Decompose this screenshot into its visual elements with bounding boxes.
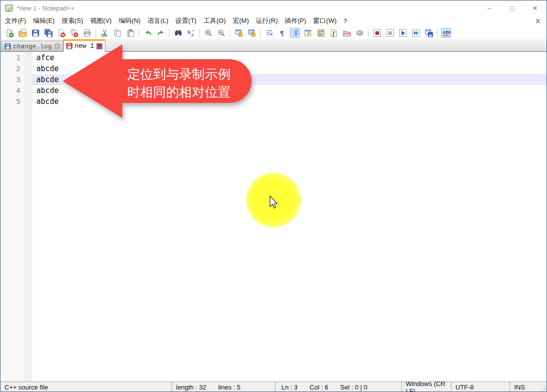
- user-defined-dialog-icon[interactable]: [303, 28, 313, 38]
- tab-label: change.log: [13, 43, 52, 50]
- menu-edit[interactable]: 编辑(E): [30, 15, 58, 26]
- macro-save-icon[interactable]: [424, 28, 434, 38]
- toolbar-separator: [95, 29, 96, 37]
- line-number[interactable]: 3: [0, 74, 24, 85]
- bookmark-margin[interactable]: [24, 52, 32, 382]
- status-column: Col : 6: [310, 384, 329, 391]
- tab-bar: change.log ✕ new 1 ✕: [0, 39, 547, 52]
- zoom-out-icon[interactable]: [216, 28, 226, 38]
- folder-as-workspace-icon[interactable]: [342, 28, 352, 38]
- menu-settings[interactable]: 设置(T): [172, 15, 200, 26]
- status-selection: Sel : 0 | 0: [340, 384, 367, 391]
- menu-run[interactable]: 运行(R): [252, 15, 281, 26]
- macro-record-icon[interactable]: [372, 28, 382, 38]
- code-line[interactable]: abcde: [32, 85, 547, 96]
- svg-text:¶: ¶: [280, 29, 284, 37]
- line-number[interactable]: 4: [0, 85, 24, 96]
- unsaved-file-icon: [66, 43, 73, 49]
- indent-guide-icon[interactable]: [290, 28, 300, 38]
- status-length: length : 32: [176, 384, 206, 391]
- saved-file-icon: [4, 43, 11, 50]
- cut-icon[interactable]: [99, 28, 109, 38]
- minimize-button[interactable]: –: [478, 0, 501, 15]
- toolbar-separator: [199, 29, 200, 37]
- tab-new-1[interactable]: new 1 ✕: [63, 39, 105, 52]
- close-button[interactable]: ✕: [524, 0, 547, 15]
- macro-run-multiple-icon[interactable]: [411, 28, 421, 38]
- toolbar: ba ¶ f ABC: [0, 26, 547, 39]
- save-all-icon[interactable]: [43, 28, 53, 38]
- notepad-plus-plus-logo-icon: [5, 4, 13, 12]
- close-file-icon[interactable]: [56, 28, 66, 38]
- menu-view[interactable]: 视图(V): [87, 15, 115, 26]
- title-bar: *new 1 - Notepad++ – □ ✕: [0, 0, 547, 15]
- toolbar-separator: [368, 29, 368, 37]
- word-wrap-icon[interactable]: [264, 28, 274, 38]
- status-length-lines: length : 32 lines : 5: [172, 382, 275, 392]
- toolbar-separator: [169, 29, 170, 37]
- status-eol-format: Windows (CR LF): [402, 382, 452, 392]
- mouse-cursor-icon: [269, 195, 279, 210]
- find-icon[interactable]: [173, 28, 183, 38]
- line-number-gutter: 1 2 3 4 5: [0, 52, 24, 382]
- window-title: *new 1 - Notepad++: [17, 4, 75, 12]
- tab-label: new 1: [75, 42, 94, 50]
- close-document-icon[interactable]: X: [536, 17, 547, 25]
- close-all-icon[interactable]: [69, 28, 79, 38]
- paste-icon[interactable]: [125, 28, 135, 38]
- toolbar-separator: [437, 29, 438, 37]
- menu-search[interactable]: 搜索(S): [58, 15, 87, 26]
- menu-plugins[interactable]: 插件(P): [281, 15, 310, 26]
- document-monitor-icon[interactable]: [355, 28, 365, 38]
- line-number[interactable]: 2: [0, 63, 24, 74]
- line-number[interactable]: 5: [0, 96, 24, 107]
- zoom-in-icon[interactable]: [203, 28, 213, 38]
- tab-close-icon[interactable]: ✕: [96, 43, 102, 49]
- menu-encoding[interactable]: 编码(N): [115, 15, 144, 26]
- menu-bar: 文件(F) 编辑(E) 搜索(S) 视图(V) 编码(N) 语言(L) 设置(T…: [0, 15, 547, 26]
- print-icon[interactable]: [82, 28, 92, 38]
- macro-playback-icon[interactable]: [398, 28, 408, 38]
- code-line[interactable]: abcde: [32, 63, 547, 74]
- new-file-icon[interactable]: [4, 28, 14, 38]
- menu-language[interactable]: 语言(L): [144, 15, 172, 26]
- toolbar-separator: [260, 29, 261, 37]
- document-map-icon[interactable]: [316, 28, 326, 38]
- copy-icon[interactable]: [112, 28, 122, 38]
- code-line-current[interactable]: abcde: [32, 74, 547, 85]
- svg-text:a: a: [191, 31, 193, 37]
- status-bar: C++ source file length : 32 lines : 5 Ln…: [0, 382, 547, 392]
- svg-text:ABC: ABC: [443, 30, 451, 35]
- tab-change-log[interactable]: change.log ✕: [1, 41, 63, 51]
- code-line[interactable]: afce: [32, 52, 547, 63]
- maximize-button[interactable]: □: [501, 0, 524, 15]
- status-line-number: Ln : 3: [281, 384, 298, 391]
- status-encoding: UTF-8: [452, 382, 510, 392]
- code-line[interactable]: abcde: [32, 96, 547, 107]
- spell-check-icon[interactable]: ABC: [441, 28, 451, 38]
- show-all-characters-icon[interactable]: ¶: [277, 28, 287, 38]
- replace-icon[interactable]: ba: [186, 28, 196, 38]
- sync-vertical-scroll-icon[interactable]: [234, 28, 244, 38]
- save-file-icon[interactable]: [30, 28, 40, 38]
- toolbar-separator: [230, 29, 230, 37]
- line-number[interactable]: 1: [0, 52, 24, 63]
- undo-icon[interactable]: [143, 28, 153, 38]
- sync-horizontal-scroll-icon[interactable]: [247, 28, 257, 38]
- status-doc-type: C++ source file: [0, 382, 172, 392]
- notepad-plus-plus-window: *new 1 - Notepad++ – □ ✕ 文件(F) 编辑(E) 搜索(…: [0, 0, 547, 392]
- toolbar-separator: [139, 29, 139, 37]
- svg-text:b: b: [187, 29, 190, 34]
- menu-macro[interactable]: 宏(M): [229, 15, 253, 26]
- redo-icon[interactable]: [156, 28, 166, 38]
- menu-tools[interactable]: 工具(O): [200, 15, 229, 26]
- menu-window[interactable]: 窗口(W): [310, 15, 340, 26]
- status-lines: lines : 5: [218, 384, 241, 391]
- menu-help[interactable]: ?: [340, 16, 351, 26]
- resize-grip-icon[interactable]: [541, 386, 546, 391]
- menu-file[interactable]: 文件(F): [1, 15, 30, 26]
- tab-close-icon[interactable]: ✕: [54, 43, 60, 49]
- function-list-icon[interactable]: f: [329, 28, 339, 38]
- open-folder-icon[interactable]: [17, 28, 27, 38]
- macro-stop-icon[interactable]: [385, 28, 395, 38]
